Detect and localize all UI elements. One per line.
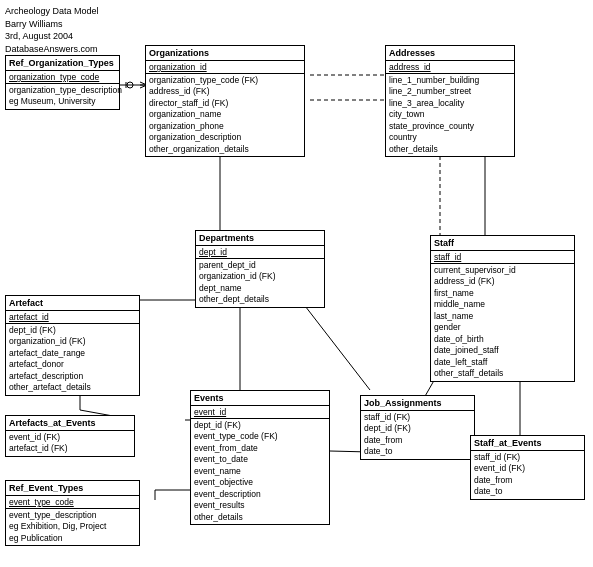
job-assignments-title: Job_Assignments (361, 396, 474, 411)
staff-title: Staff (431, 236, 574, 251)
departments-pk: dept_id (196, 246, 324, 259)
events-entity: Events event_id dept_id (FK) event_type_… (190, 390, 330, 525)
staff-at-events-title: Staff_at_Events (471, 436, 584, 451)
staff-at-events-fields: staff_id (FK) event_id (FK) date_from da… (471, 451, 584, 499)
departments-entity: Departments dept_id parent_dept_id organ… (195, 230, 325, 308)
svg-point-28 (127, 82, 133, 88)
header-line1: Archeology Data Model (5, 5, 99, 18)
artefacts-at-events-fields: event_id (FK) artefact_id (FK) (6, 431, 134, 456)
ref-event-types-fields: event_type_description eg Exhibition, Di… (6, 509, 139, 545)
departments-title: Departments (196, 231, 324, 246)
staff-fields: current_supervisor_id address_id (FK) fi… (431, 264, 574, 381)
job-assignments-entity: Job_Assignments staff_id (FK) dept_id (F… (360, 395, 475, 460)
artefact-entity: Artefact artefact_id dept_id (FK) organi… (5, 295, 140, 396)
ref-event-types-entity: Ref_Event_Types event_type_code event_ty… (5, 480, 140, 546)
ref-org-types-entity: Ref_Organization_Types organization_type… (5, 55, 120, 110)
departments-fields: parent_dept_id organization_id (FK) dept… (196, 259, 324, 307)
events-fields: dept_id (FK) event_type_code (FK) event_… (191, 419, 329, 524)
ref-org-types-fields: organization_type_description eg Museum,… (6, 84, 119, 109)
header-line3: 3rd, August 2004 (5, 30, 99, 43)
staff-at-events-entity: Staff_at_Events staff_id (FK) event_id (… (470, 435, 585, 500)
ref-event-types-pk: event_type_code (6, 496, 139, 509)
header-info: Archeology Data Model Barry Williams 3rd… (5, 5, 99, 55)
ref-event-types-title: Ref_Event_Types (6, 481, 139, 496)
events-pk: event_id (191, 406, 329, 419)
artefact-fields: dept_id (FK) organization_id (FK) artefa… (6, 324, 139, 395)
addresses-pk: address_id (386, 61, 514, 74)
organizations-title: Organizations (146, 46, 304, 61)
artefact-title: Artefact (6, 296, 139, 311)
job-assignments-fields: staff_id (FK) dept_id (FK) date_from dat… (361, 411, 474, 459)
header-line4: DatabaseAnswers.com (5, 43, 99, 56)
staff-entity: Staff staff_id current_supervisor_id add… (430, 235, 575, 382)
artefact-pk: artefact_id (6, 311, 139, 324)
events-title: Events (191, 391, 329, 406)
addresses-title: Addresses (386, 46, 514, 61)
artefacts-at-events-entity: Artefacts_at_Events event_id (FK) artefa… (5, 415, 135, 457)
organizations-fields: organization_type_code (FK) address_id (… (146, 74, 304, 156)
organizations-pk: organization_id (146, 61, 304, 74)
ref-org-types-pk: organization_type_code (6, 71, 119, 84)
addresses-entity: Addresses address_id line_1_number_build… (385, 45, 515, 157)
artefacts-at-events-title: Artefacts_at_Events (6, 416, 134, 431)
addresses-fields: line_1_number_building line_2_number_str… (386, 74, 514, 156)
header-line2: Barry Williams (5, 18, 99, 31)
page-container: Archeology Data Model Barry Williams 3rd… (0, 0, 593, 567)
organizations-entity: Organizations organization_id organizati… (145, 45, 305, 157)
ref-org-types-title: Ref_Organization_Types (6, 56, 119, 71)
staff-pk: staff_id (431, 251, 574, 264)
